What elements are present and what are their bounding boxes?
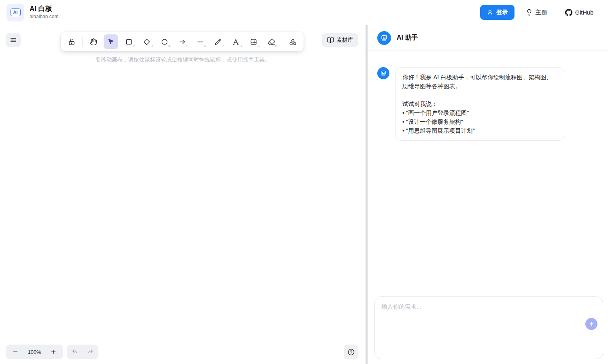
hand-icon xyxy=(89,38,97,46)
tool-image-button[interactable]: 9 xyxy=(246,34,261,49)
line-icon xyxy=(196,38,204,46)
drawing-toolbar: 1 2 3 4 xyxy=(61,32,304,51)
page-subtitle: aibaiban.com xyxy=(30,14,58,20)
hamburger-icon xyxy=(10,36,17,44)
zoom-controls: 100% xyxy=(6,345,63,359)
page-title: AI 白板 xyxy=(30,4,58,14)
tool-shortcut: 2 xyxy=(133,44,135,48)
login-button[interactable]: 登录 xyxy=(480,5,514,20)
header-actions: 登录 主题 GitHub xyxy=(480,5,602,20)
tool-shortcut: 5 xyxy=(186,44,188,48)
zoom-level-value[interactable]: 100% xyxy=(23,349,45,355)
app-logo: AI xyxy=(6,4,24,21)
text-icon xyxy=(232,38,240,46)
tool-shortcut: 3 xyxy=(151,44,153,48)
tool-shortcut: 9 xyxy=(257,44,259,48)
rectangle-icon xyxy=(125,38,133,46)
toolbar-divider xyxy=(82,37,83,47)
login-button-label: 登录 xyxy=(496,8,508,16)
title-block: AI 白板 aibaiban.com xyxy=(30,4,58,20)
github-label: GitHub xyxy=(575,9,593,16)
undo-icon xyxy=(72,349,79,356)
undo-button[interactable] xyxy=(68,345,83,359)
assistant-message: 你好！我是 AI 白板助手，可以帮你绘制流程图、架构图、思维导图等各种图表。 试… xyxy=(377,67,598,141)
minus-icon xyxy=(12,349,19,355)
message-line: 你好！我是 AI 白板助手，可以帮你绘制流程图、架构图、思维导图等各种图表。 xyxy=(402,73,557,91)
user-icon xyxy=(487,9,493,16)
chat-input-box xyxy=(374,296,603,359)
tool-hand-button[interactable] xyxy=(86,34,100,49)
history-controls xyxy=(67,345,98,359)
zoom-out-button[interactable] xyxy=(7,345,23,359)
tool-shortcut: 8 xyxy=(240,44,242,48)
theme-label: 主题 xyxy=(536,8,547,16)
tool-lock-button[interactable] xyxy=(64,34,79,49)
chat-input-area xyxy=(368,287,608,364)
redo-button[interactable] xyxy=(83,345,98,359)
canvas-hint-text: 要移动画布，请按住鼠标滚轮或空格键同时拖拽鼠标，或使用抓手工具。 xyxy=(0,56,366,63)
circle-icon xyxy=(161,38,168,46)
plus-icon xyxy=(50,349,57,355)
bot-icon xyxy=(380,70,387,77)
main-area: 1 2 3 4 xyxy=(0,25,608,364)
tool-line-button[interactable]: 6 xyxy=(193,34,207,49)
pencil-icon xyxy=(214,38,222,46)
assistant-title: AI 助手 xyxy=(397,34,418,42)
send-button[interactable] xyxy=(585,318,597,330)
message-line: • "画一个用户登录流程图" xyxy=(402,108,557,117)
tool-shortcut: 4 xyxy=(168,44,170,48)
tool-shortcut: 0 xyxy=(275,44,277,48)
eraser-icon xyxy=(268,38,275,46)
tool-shortcut: 7 xyxy=(222,44,224,48)
help-icon xyxy=(347,348,355,356)
tool-text-button[interactable]: 8 xyxy=(228,34,243,49)
book-icon xyxy=(327,37,334,44)
message-line xyxy=(402,91,557,99)
toolbar-divider xyxy=(282,37,282,47)
tool-diamond-button[interactable]: 3 xyxy=(139,34,154,49)
whiteboard-canvas[interactable]: 1 2 3 4 xyxy=(0,25,366,364)
unlock-icon xyxy=(68,38,76,46)
library-button[interactable]: 素材库 xyxy=(322,33,359,47)
help-button[interactable] xyxy=(344,345,358,359)
menu-button[interactable] xyxy=(6,33,21,47)
tool-select-button[interactable]: 1 xyxy=(104,34,118,49)
image-icon xyxy=(250,38,257,46)
bot-avatar xyxy=(377,67,389,79)
tool-shapes-button[interactable] xyxy=(285,34,300,49)
shapes-icon xyxy=(289,38,297,46)
app-header: AI AI 白板 aibaiban.com 登录 主题 GitHub xyxy=(0,0,608,25)
github-icon xyxy=(565,9,572,16)
message-line: 试试对我说： xyxy=(402,99,557,108)
cursor-icon xyxy=(107,38,115,45)
chat-input[interactable] xyxy=(381,303,580,353)
message-line: • "设计一个微服务架构" xyxy=(402,117,557,126)
tool-shortcut: 1 xyxy=(115,44,117,48)
lightbulb-icon xyxy=(526,9,533,16)
bot-avatar xyxy=(377,31,391,45)
arrow-right-icon xyxy=(179,38,186,46)
library-button-label: 素材库 xyxy=(337,36,353,44)
ai-assistant-panel: AI 助手 你好！我是 AI 白板助手，可以帮你绘制流程图、架构图、思维导图等各… xyxy=(368,25,608,364)
chat-messages: 你好！我是 AI 白板助手，可以帮你绘制流程图、架构图、思维导图等各种图表。 试… xyxy=(368,51,608,287)
github-link[interactable]: GitHub xyxy=(562,6,597,19)
theme-toggle-button[interactable]: 主题 xyxy=(523,6,551,19)
diamond-icon xyxy=(143,38,151,46)
message-bubble: 你好！我是 AI 白板助手，可以帮你绘制流程图、架构图、思维导图等各种图表。 试… xyxy=(395,67,564,141)
bot-icon xyxy=(380,34,388,42)
tool-ellipse-button[interactable]: 4 xyxy=(157,34,172,49)
logo-ai-badge: AI xyxy=(11,8,21,16)
arrow-up-icon xyxy=(589,321,595,327)
tool-draw-button[interactable]: 7 xyxy=(210,34,225,49)
redo-icon xyxy=(87,349,94,356)
assistant-header: AI 助手 xyxy=(368,25,608,51)
tool-arrow-button[interactable]: 5 xyxy=(175,34,189,49)
message-line: • "用思维导图展示项目计划" xyxy=(402,126,557,135)
tool-shortcut: 6 xyxy=(204,44,206,48)
zoom-in-button[interactable] xyxy=(45,345,62,359)
tool-eraser-button[interactable]: 0 xyxy=(264,34,278,49)
tool-rectangle-button[interactable]: 2 xyxy=(121,34,136,49)
